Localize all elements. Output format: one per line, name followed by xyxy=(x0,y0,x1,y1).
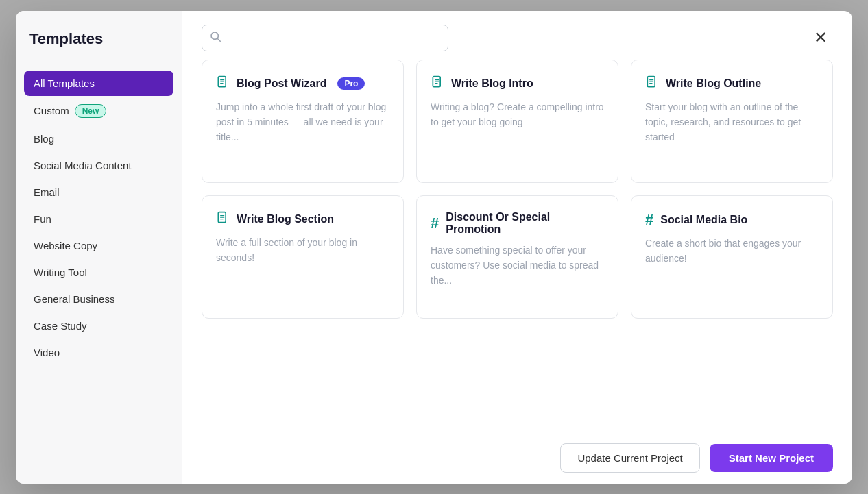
sidebar-item-label: Email xyxy=(34,186,60,198)
sidebar-item-fun[interactable]: Fun xyxy=(24,206,173,232)
search-bar-wrap xyxy=(202,25,448,51)
sidebar-item-label: Video xyxy=(34,347,60,358)
main-header: ✕ xyxy=(182,11,852,60)
main-content: ✕ Blog Post WizardProJump into a whole f… xyxy=(182,11,852,484)
template-card-write-blog-intro[interactable]: Write Blog IntroWriting a blog? Create a… xyxy=(416,60,618,183)
sidebar-item-label: All Templates xyxy=(34,77,95,89)
sidebar-item-video[interactable]: Video xyxy=(24,340,173,365)
card-description: Have something special to offer your cus… xyxy=(431,243,604,288)
sidebar-item-social-media-content[interactable]: Social Media Content xyxy=(24,153,173,178)
card-title: Social Media Bio xyxy=(660,214,747,226)
card-title: Discount Or Special Promotion xyxy=(446,211,604,236)
card-header: Write Blog Outline xyxy=(645,75,819,92)
modal-footer: Update Current Project Start New Project xyxy=(182,432,852,484)
doc-icon xyxy=(216,75,230,92)
sidebar-item-label: Fun xyxy=(34,213,51,225)
sidebar-item-label: Website Copy xyxy=(34,240,97,251)
sidebar-item-all-templates[interactable]: All Templates xyxy=(24,71,173,96)
start-new-project-button[interactable]: Start New Project xyxy=(710,444,833,472)
sidebar-item-label: Custom xyxy=(34,105,69,116)
hash-icon: # xyxy=(431,214,439,232)
card-title: Blog Post Wizard xyxy=(237,77,326,90)
card-header: Blog Post WizardPro xyxy=(216,75,389,92)
sidebar-item-website-copy[interactable]: Website Copy xyxy=(24,233,173,258)
sidebar-item-general-business[interactable]: General Business xyxy=(24,286,173,312)
search-input[interactable] xyxy=(202,25,448,51)
card-title: Write Blog Outline xyxy=(666,77,761,90)
sidebar-item-label: Case Study xyxy=(34,320,87,332)
doc-icon xyxy=(645,75,659,92)
sidebar-item-label: Social Media Content xyxy=(34,160,132,171)
card-header: #Social Media Bio xyxy=(645,211,819,229)
close-button[interactable]: ✕ xyxy=(808,25,833,50)
sidebar-item-email[interactable]: Email xyxy=(24,180,173,205)
template-grid: Blog Post WizardProJump into a whole fir… xyxy=(202,60,833,319)
template-card-write-blog-section[interactable]: Write Blog SectionWrite a full section o… xyxy=(202,195,404,319)
card-title: Write Blog Intro xyxy=(451,77,533,90)
doc-icon xyxy=(216,211,230,228)
card-description: Writing a blog? Create a compelling intr… xyxy=(431,99,604,130)
sidebar-item-label: General Business xyxy=(34,293,114,305)
doc-icon xyxy=(431,75,444,92)
search-icon xyxy=(210,31,221,45)
update-current-project-button[interactable]: Update Current Project xyxy=(560,443,699,473)
card-header: Write Blog Intro xyxy=(431,75,604,92)
modal-body: Templates All TemplatesCustomNewBlogSoci… xyxy=(16,11,852,484)
card-header: Write Blog Section xyxy=(216,211,389,228)
sidebar-nav: All TemplatesCustomNewBlogSocial Media C… xyxy=(16,62,182,373)
card-description: Start your blog with an outline of the t… xyxy=(645,99,819,145)
template-card-write-blog-outline[interactable]: Write Blog OutlineStart your blog with a… xyxy=(631,60,833,183)
template-grid-wrap: Blog Post WizardProJump into a whole fir… xyxy=(182,60,852,432)
modal-overlay: Templates All TemplatesCustomNewBlogSoci… xyxy=(0,0,868,494)
svg-line-1 xyxy=(217,38,220,41)
sidebar-item-label: Writing Tool xyxy=(34,267,87,278)
sidebar-title: Templates xyxy=(16,11,182,62)
template-card-blog-post-wizard[interactable]: Blog Post WizardProJump into a whole fir… xyxy=(202,60,404,183)
card-title: Write Blog Section xyxy=(237,213,334,225)
card-description: Create a short bio that engages your aud… xyxy=(645,236,819,267)
card-header: #Discount Or Special Promotion xyxy=(431,211,604,236)
new-badge: New xyxy=(75,104,107,118)
sidebar-item-blog[interactable]: Blog xyxy=(24,126,173,151)
card-description: Jump into a whole first draft of your bl… xyxy=(216,99,389,145)
sidebar-item-label: Blog xyxy=(34,133,54,145)
sidebar-item-case-study[interactable]: Case Study xyxy=(24,313,173,338)
sidebar-item-writing-tool[interactable]: Writing Tool xyxy=(24,260,173,285)
pro-badge: Pro xyxy=(337,77,365,90)
template-card-social-media-bio[interactable]: #Social Media BioCreate a short bio that… xyxy=(631,195,833,319)
templates-modal: Templates All TemplatesCustomNewBlogSoci… xyxy=(16,11,852,484)
card-description: Write a full section of your blog in sec… xyxy=(216,235,389,266)
hash-icon: # xyxy=(645,211,653,229)
sidebar: Templates All TemplatesCustomNewBlogSoci… xyxy=(16,11,182,484)
template-card-discount-or-special-promotion[interactable]: #Discount Or Special PromotionHave somet… xyxy=(416,195,618,319)
sidebar-item-custom[interactable]: CustomNew xyxy=(24,97,173,125)
